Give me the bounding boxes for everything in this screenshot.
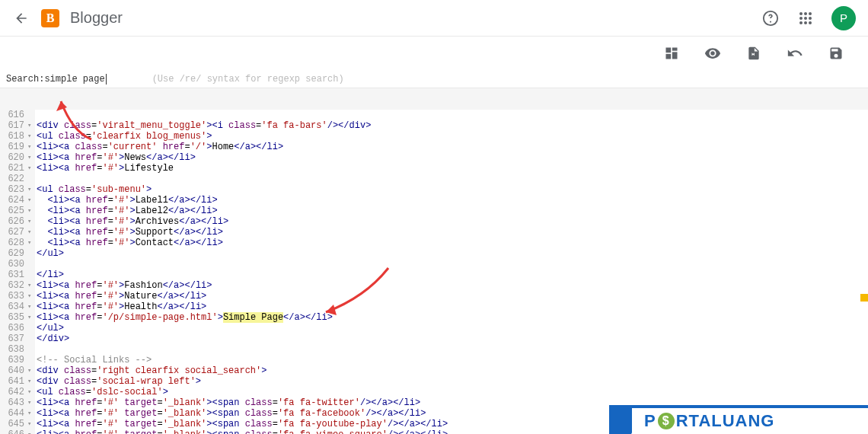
fold-marker[interactable]: ▾ [27, 142, 35, 152]
code-content[interactable]: <li><a href='#'>Archives</a></li> [35, 216, 868, 227]
code-content[interactable]: <li><a href='#'>Nature</a></li> [35, 291, 868, 302]
code-line[interactable]: 629</ul> [0, 248, 868, 259]
line-number: 628 [0, 238, 27, 248]
code-editor[interactable]: 616617▾<div class='viralt_menu_toggle'><… [0, 88, 868, 434]
svg-point-6 [799, 21, 803, 24]
fold-marker[interactable]: ▾ [27, 408, 35, 419]
fold-marker[interactable]: ▾ [27, 387, 35, 397]
code-line[interactable]: 641▾<div class='social-wrap left'> [0, 376, 868, 387]
code-line[interactable]: 620▾<li><a href='#'>News</a></li> [0, 152, 868, 163]
fold-marker[interactable] [27, 355, 35, 365]
fold-marker[interactable]: ▾ [27, 397, 35, 408]
code-content[interactable]: <div class='viralt_menu_toggle'><i class… [35, 120, 868, 131]
code-content[interactable]: <div class='social-wrap left'> [35, 376, 868, 387]
fold-marker[interactable]: ▾ [27, 120, 35, 131]
fold-marker[interactable] [27, 248, 35, 259]
back-button[interactable] [12, 9, 30, 27]
fold-marker[interactable]: ▾ [27, 291, 35, 302]
fold-marker[interactable]: ▾ [27, 429, 35, 434]
code-content[interactable]: <li><a href='#'>News</a></li> [35, 152, 868, 163]
code-content[interactable] [35, 344, 868, 355]
code-line[interactable]: 635▾<li><a href='/p/simple-page.html'>Si… [0, 312, 868, 323]
code-content[interactable]: <li><a href='#'>Label1</a></li> [35, 195, 868, 206]
code-line[interactable]: 617▾<div class='viralt_menu_toggle'><i c… [0, 120, 868, 131]
fold-marker[interactable] [27, 174, 35, 184]
code-content[interactable]: <ul class='clearfix blog_menus'> [35, 131, 868, 142]
code-content[interactable]: <li><a href='#'>Support</a></li> [35, 227, 868, 238]
fold-marker[interactable]: ▾ [27, 131, 35, 142]
fold-marker[interactable]: ▾ [27, 419, 35, 429]
fold-marker[interactable]: ▾ [27, 216, 35, 227]
fold-marker[interactable]: ▾ [27, 302, 35, 312]
settings-button[interactable] [745, 44, 763, 62]
code-content[interactable]: </div> [35, 333, 868, 344]
fold-marker[interactable]: ▾ [27, 152, 35, 163]
fold-marker[interactable]: ▾ [27, 312, 35, 323]
code-line[interactable]: 625▾ <li><a href='#'>Label2</a></li> [0, 206, 868, 216]
fold-marker[interactable]: ▾ [27, 206, 35, 216]
code-line[interactable]: 630 [0, 259, 868, 270]
fold-marker[interactable]: ▾ [27, 195, 35, 206]
code-content[interactable]: <li><a href='#'>Contact</a></li> [35, 238, 868, 248]
preview-button[interactable] [704, 44, 722, 62]
line-number: 620 [0, 152, 27, 163]
code-line[interactable]: 640▾<div class='right clearfix social_se… [0, 365, 868, 376]
code-content[interactable] [35, 110, 868, 120]
code-line[interactable]: 628▾ <li><a href='#'>Contact</a></li> [0, 238, 868, 248]
fold-marker[interactable]: ▾ [27, 238, 35, 248]
fold-marker[interactable]: ▾ [27, 280, 35, 291]
code-line[interactable]: 618▾<ul class='clearfix blog_menus'> [0, 131, 868, 142]
code-line[interactable]: 623▾<ul class='sub-menu'> [0, 184, 868, 195]
fold-marker[interactable] [27, 270, 35, 280]
help-icon [762, 10, 779, 27]
code-line[interactable]: 642▾<ul class='dslc-social'> [0, 387, 868, 397]
fold-marker[interactable] [27, 323, 35, 333]
code-content[interactable]: <li><a href='#'>Health</a></li> [35, 302, 868, 312]
undo-button[interactable] [786, 44, 804, 62]
code-line[interactable]: 616 [0, 110, 868, 120]
code-content[interactable]: <ul class='sub-menu'> [35, 184, 868, 195]
code-line[interactable]: 639<!-- Social Links --> [0, 355, 868, 365]
code-content[interactable]: </ul> [35, 248, 868, 259]
fold-marker[interactable]: ▾ [27, 365, 35, 376]
code-line[interactable]: 622 [0, 174, 868, 184]
fold-marker[interactable] [27, 259, 35, 270]
code-line[interactable]: 632▾<li><a href='#'>Fashion</a></li> [0, 280, 868, 291]
code-content[interactable]: </ul> [35, 323, 868, 333]
account-avatar[interactable]: P [831, 6, 856, 30]
code-line[interactable]: 633▾<li><a href='#'>Nature</a></li> [0, 291, 868, 302]
fold-marker[interactable]: ▾ [27, 184, 35, 195]
code-content[interactable]: <div class='right clearfix social_search… [35, 365, 868, 376]
fold-marker[interactable] [27, 333, 35, 344]
code-line[interactable]: 626▾ <li><a href='#'>Archives</a></li> [0, 216, 868, 227]
fold-marker[interactable]: ▾ [27, 227, 35, 238]
fold-marker[interactable]: ▾ [27, 163, 35, 174]
code-content[interactable]: <!-- Social Links --> [35, 355, 868, 365]
code-content[interactable]: <li><a href='#'>Label2</a></li> [35, 206, 868, 216]
help-button[interactable] [761, 9, 780, 27]
code-content[interactable]: </li> [35, 270, 868, 280]
code-content[interactable]: <li><a href='/p/simple-page.html'>Simple… [35, 312, 868, 323]
editor-search-bar[interactable]: Search: simple page (Use /re/ syntax for… [0, 70, 868, 88]
code-line[interactable]: 638 [0, 344, 868, 355]
code-line[interactable]: 627▾ <li><a href='#'>Support</a></li> [0, 227, 868, 238]
code-content[interactable] [35, 174, 868, 184]
apps-button[interactable] [796, 9, 815, 27]
fold-marker[interactable] [27, 110, 35, 120]
code-line[interactable]: 621▾<li><a href='#'>Lifestyle [0, 163, 868, 174]
code-content[interactable]: <li><a href='#'>Lifestyle [35, 163, 868, 174]
code-line[interactable]: 631</li> [0, 270, 868, 280]
code-content[interactable]: <li><a href='#'>Fashion</a></li> [35, 280, 868, 291]
code-line[interactable]: 634▾<li><a href='#'>Health</a></li> [0, 302, 868, 312]
code-content[interactable]: <li><a class='current' href='/'>Home</a>… [35, 142, 868, 152]
save-button[interactable] [827, 44, 845, 62]
code-content[interactable]: <ul class='dslc-social'> [35, 387, 868, 397]
fold-marker[interactable] [27, 344, 35, 355]
layout-button[interactable] [662, 44, 681, 62]
code-content[interactable] [35, 259, 868, 270]
code-line[interactable]: 637</div> [0, 333, 868, 344]
code-line[interactable]: 636</ul> [0, 323, 868, 333]
fold-marker[interactable]: ▾ [27, 376, 35, 387]
code-line[interactable]: 619▾<li><a class='current' href='/'>Home… [0, 142, 868, 152]
code-line[interactable]: 624▾ <li><a href='#'>Label1</a></li> [0, 195, 868, 206]
